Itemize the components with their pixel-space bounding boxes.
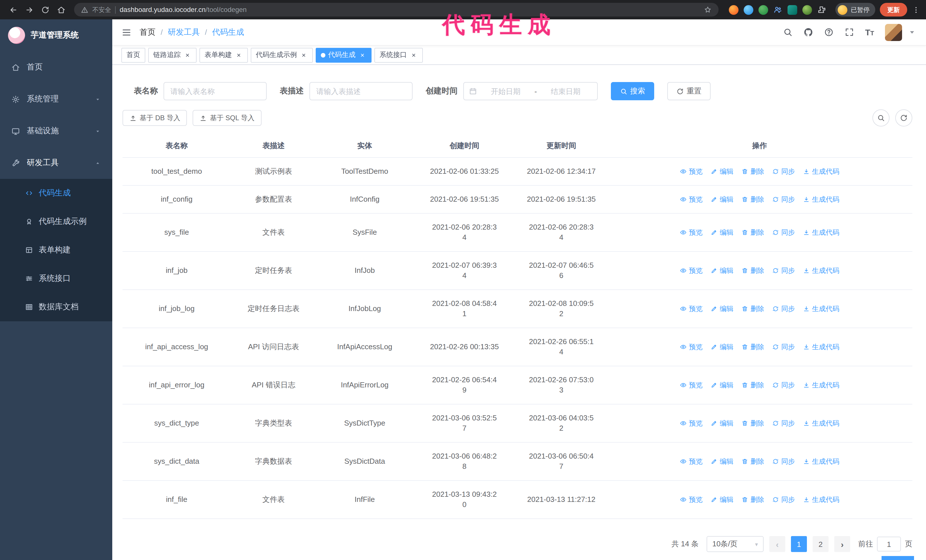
close-icon[interactable] xyxy=(300,51,308,59)
delete-link[interactable]: 删除 xyxy=(741,418,764,429)
preview-link[interactable]: 预览 xyxy=(680,166,703,177)
sidebar-item-db-docs[interactable]: 数据库文档 xyxy=(0,293,112,321)
import-sql-button[interactable]: 基于 SQL 导入 xyxy=(193,110,261,126)
sidebar-item-system-api[interactable]: 系统接口 xyxy=(0,264,112,293)
search-button[interactable]: 搜索 xyxy=(611,82,654,100)
preview-link[interactable]: 预览 xyxy=(680,418,703,429)
extension-icon-green[interactable] xyxy=(758,5,768,15)
sync-link[interactable]: 同步 xyxy=(772,342,795,352)
prev-page-button[interactable] xyxy=(769,536,785,552)
bookmark-star-icon[interactable] xyxy=(704,6,712,14)
delete-link[interactable]: 删除 xyxy=(741,380,764,390)
close-icon[interactable] xyxy=(183,51,191,59)
preview-link[interactable]: 预览 xyxy=(680,266,703,276)
delete-link[interactable]: 删除 xyxy=(741,303,764,314)
generate-code-link[interactable]: 生成代码 xyxy=(803,456,840,466)
edit-link[interactable]: 编辑 xyxy=(711,342,733,352)
tab-tag[interactable]: 表单构建 xyxy=(200,48,248,62)
reset-button[interactable]: 重置 xyxy=(667,82,711,100)
sync-link[interactable]: 同步 xyxy=(772,303,795,314)
extension-icon-darkgreen[interactable] xyxy=(802,5,812,15)
close-icon[interactable] xyxy=(235,51,243,59)
close-icon[interactable] xyxy=(410,51,418,59)
delete-link[interactable]: 删除 xyxy=(741,194,764,205)
address-bar[interactable]: 不安全 dashboard.yudao.iocoder.cn/tool/code… xyxy=(74,3,719,17)
tab-tag[interactable]: 链路追踪 xyxy=(148,48,197,62)
sync-link[interactable]: 同步 xyxy=(772,166,795,177)
generate-code-link[interactable]: 生成代码 xyxy=(803,166,840,177)
sync-link[interactable]: 同步 xyxy=(772,227,795,237)
edit-link[interactable]: 编辑 xyxy=(711,266,733,276)
generate-code-link[interactable]: 生成代码 xyxy=(803,418,840,429)
tab-tag[interactable]: 代码生成示例 xyxy=(251,48,313,62)
sidebar-item-codegen[interactable]: 代码生成 xyxy=(0,179,112,207)
profile-paused-badge[interactable]: 已暂停 xyxy=(835,3,875,17)
generate-code-link[interactable]: 生成代码 xyxy=(803,266,840,276)
app-logo[interactable]: 芋道管理系统 xyxy=(0,20,112,51)
edit-link[interactable]: 编辑 xyxy=(711,227,733,237)
sidebar-item-dev-tools[interactable]: 研发工具 xyxy=(0,147,112,179)
reload-button[interactable] xyxy=(38,2,53,17)
table-desc-input[interactable] xyxy=(309,82,413,100)
extension-icon-orange[interactable] xyxy=(729,5,738,15)
delete-link[interactable]: 删除 xyxy=(741,166,764,177)
refresh-table-button[interactable] xyxy=(895,109,912,127)
edit-link[interactable]: 编辑 xyxy=(711,380,733,390)
edit-link[interactable]: 编辑 xyxy=(711,303,733,314)
delete-link[interactable]: 删除 xyxy=(741,227,764,237)
toggle-search-button[interactable] xyxy=(872,109,890,127)
page-button-1[interactable]: 1 xyxy=(791,536,807,552)
close-icon[interactable] xyxy=(359,51,366,59)
preview-link[interactable]: 预览 xyxy=(680,194,703,205)
delete-link[interactable]: 删除 xyxy=(741,342,764,352)
question-icon[interactable] xyxy=(824,27,834,37)
generate-code-link[interactable]: 生成代码 xyxy=(803,342,840,352)
back-button[interactable] xyxy=(6,2,21,17)
import-db-button[interactable]: 基于 DB 导入 xyxy=(123,110,187,126)
sidebar-item-codegen-example[interactable]: 代码生成示例 xyxy=(0,207,112,236)
generate-code-link[interactable]: 生成代码 xyxy=(803,194,840,205)
sync-link[interactable]: 同步 xyxy=(772,194,795,205)
sync-link[interactable]: 同步 xyxy=(772,266,795,276)
github-icon[interactable] xyxy=(803,27,813,37)
update-button[interactable]: 更新 xyxy=(880,3,907,17)
sync-link[interactable]: 同步 xyxy=(772,380,795,390)
font-size-icon[interactable] xyxy=(865,27,874,37)
delete-link[interactable]: 删除 xyxy=(741,495,764,505)
sync-link[interactable]: 同步 xyxy=(772,418,795,429)
edit-link[interactable]: 编辑 xyxy=(711,194,733,205)
sidebar-item-home[interactable]: 首页 xyxy=(0,51,112,83)
generate-code-link[interactable]: 生成代码 xyxy=(803,227,840,237)
preview-link[interactable]: 预览 xyxy=(680,303,703,314)
extension-icon-teal[interactable] xyxy=(788,5,797,15)
sync-link[interactable]: 同步 xyxy=(772,495,795,505)
breadcrumb-home[interactable]: 首页 xyxy=(139,27,156,37)
user-avatar[interactable] xyxy=(885,24,902,41)
tab-tag[interactable]: 代码生成 xyxy=(316,48,372,62)
end-date-input[interactable] xyxy=(539,87,592,95)
edit-link[interactable]: 编辑 xyxy=(711,166,733,177)
delete-link[interactable]: 删除 xyxy=(741,266,764,276)
search-icon[interactable] xyxy=(783,27,793,37)
tab-tag[interactable]: 系统接口 xyxy=(374,48,423,62)
preview-link[interactable]: 预览 xyxy=(680,342,703,352)
sidebar-item-infrastructure[interactable]: 基础设施 xyxy=(0,115,112,147)
fullscreen-icon[interactable] xyxy=(844,27,854,37)
browser-menu-icon[interactable] xyxy=(912,5,920,14)
home-button[interactable] xyxy=(54,2,68,17)
people-icon[interactable] xyxy=(773,5,782,14)
breadcrumb-dev-tools[interactable]: 研发工具 xyxy=(168,27,200,37)
next-page-button[interactable] xyxy=(834,536,850,552)
sidebar-item-form-builder[interactable]: 表单构建 xyxy=(0,236,112,264)
chevron-down-icon[interactable] xyxy=(907,27,917,37)
preview-link[interactable]: 预览 xyxy=(680,456,703,466)
edit-link[interactable]: 编辑 xyxy=(711,495,733,505)
sidebar-item-system-management[interactable]: 系统管理 xyxy=(0,83,112,115)
edit-link[interactable]: 编辑 xyxy=(711,456,733,466)
goto-page-input[interactable] xyxy=(877,537,901,551)
page-button-2[interactable]: 2 xyxy=(813,536,829,552)
extension-icon-blue[interactable] xyxy=(744,5,754,15)
edit-link[interactable]: 编辑 xyxy=(711,418,733,429)
preview-link[interactable]: 预览 xyxy=(680,227,703,237)
generate-code-link[interactable]: 生成代码 xyxy=(803,380,840,390)
